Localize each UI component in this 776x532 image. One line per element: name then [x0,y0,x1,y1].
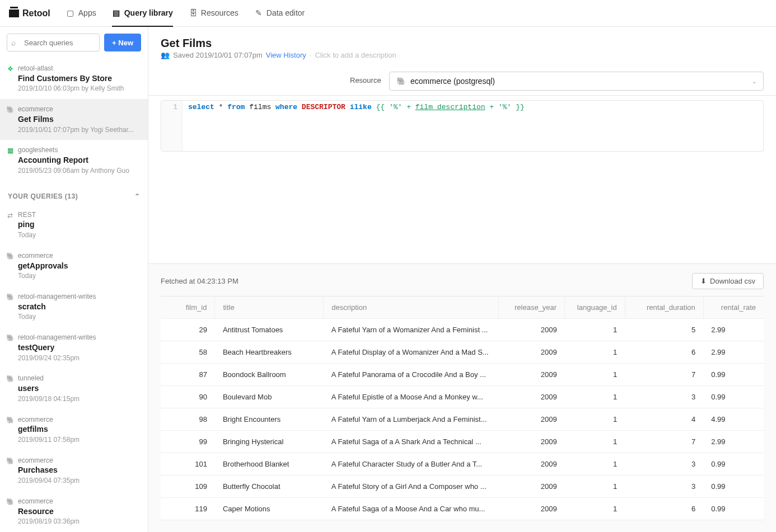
your-queries-label: YOUR QUERIES (13) [8,192,78,200]
query-title: Accounting Report [18,155,140,166]
table-row[interactable]: 87 Boondock Ballroom A Fateful Panorama … [161,364,764,386]
your-queries-header[interactable]: YOUR QUERIES (13) ⌃ [0,181,148,205]
cell-description: A Fateful Panorama of a Crocodile And a … [324,364,498,386]
db-icon: 🐘 [6,416,15,425]
table-row[interactable]: 29 Antitrust Tomatoes A Fateful Yarn of … [161,319,764,341]
description-placeholder[interactable]: Click to add a description [315,51,396,59]
query-item[interactable]: 🐘 ecommerce getfilms 2019/09/11 07:58pm [0,409,148,450]
cell-language-id: 1 [565,453,625,475]
query-resource: ecommerce [18,415,140,425]
top-nav: Retool ▢ Apps ▤ Query library 🗄 Resource… [0,0,776,27]
table-row[interactable]: 58 Beach Heartbreakers A Fateful Display… [161,341,764,364]
query-resource: ecommerce [18,456,140,465]
query-item[interactable]: ▦ googlesheets Accounting Report 2019/05… [0,140,148,181]
search-input[interactable] [7,34,100,51]
col-rental_rate[interactable]: rental_rate [703,296,764,319]
cell-film-id: 101 [161,453,215,475]
query-item[interactable]: 🐘 retool-management-writes scratch Today [0,286,148,327]
query-title: users [18,383,140,394]
cell-release-year: 2009 [498,408,564,431]
query-meta: 2019/09/18 04:15pm [18,394,140,404]
sql-code[interactable]: select * from films where DESCRIPTOR ili… [183,101,530,151]
cell-title: Antitrust Tomatoes [215,319,324,341]
col-title[interactable]: title [215,296,324,319]
col-description[interactable]: description [324,296,498,319]
query-item[interactable]: 🐘 ecommerce Resource 2019/08/19 03:36pm [0,491,148,532]
sql-editor[interactable]: 1 select * from films where DESCRIPTOR i… [161,100,764,152]
col-film_id[interactable]: film_id [161,296,215,319]
table-row[interactable]: 109 Butterfly Chocolat A Fateful Story o… [161,475,764,498]
cell-language-id: 1 [565,386,625,408]
query-item[interactable]: 🐘 ecommerce Purchases 2019/09/04 07:35pm [0,450,148,491]
apps-icon: ▢ [66,8,75,17]
table-row[interactable]: 99 Bringing Hysterical A Fateful Saga of… [161,431,764,453]
query-meta: 2019/08/19 03:36pm [18,517,140,526]
cell-release-year: 2009 [498,453,564,475]
query-meta: 2019/10/01 07:07pm by Yogi Seethar... [18,125,140,135]
table-row[interactable]: 119 Caper Motions A Fateful Saga of a Mo… [161,498,764,520]
table-row[interactable]: 90 Boulevard Mob A Fateful Epistle of a … [161,386,764,408]
cell-description: A Fateful Yarn of a Womanizer And a Femi… [324,319,498,341]
new-query-button[interactable]: + New [104,34,141,51]
nav-items: ▢ Apps ▤ Query library 🗄 Resources ✎ Dat… [66,0,305,27]
nav-apps-label: Apps [78,8,96,17]
cell-rental-duration: 3 [625,453,703,475]
nav-data-editor[interactable]: ✎ Data editor [254,0,305,27]
query-item[interactable]: ❖ retool-atlast Find Customers By Store … [0,58,148,99]
logo[interactable]: Retool [9,8,50,18]
main-panel: Get Films 👥 Saved 2019/10/01 07:07pm Vie… [148,27,776,532]
cell-film-id: 58 [161,341,215,364]
cell-title: Bringing Hysterical [215,431,324,453]
query-item[interactable]: 🐘 ecommerce Get Films 2019/10/01 07:07pm… [0,99,148,140]
search-icon: ⌕ [11,38,16,47]
cell-description: A Fateful Story of a Girl And a Composer… [324,475,498,498]
cell-language-id: 1 [565,431,625,453]
nav-query-library[interactable]: ▤ Query library [112,0,173,27]
cell-rental-duration: 3 [625,386,703,408]
db-icon: 🐘 [6,456,15,465]
query-meta: 2019/09/11 07:58pm [18,435,140,445]
cell-language-id: 1 [565,364,625,386]
download-csv-button[interactable]: ⬇ Download csv [692,273,764,289]
cell-release-year: 2009 [498,498,564,520]
table-row[interactable]: 101 Brotherhood Blanket A Fateful Charac… [161,453,764,475]
db-icon: 🐘 [6,333,15,342]
download-csv-label: Download csv [710,277,755,285]
saved-timestamp: Saved 2019/10/01 07:07pm [173,51,263,59]
query-item[interactable]: 🐘 retool-management-writes testQuery 201… [0,327,148,368]
cell-description: A Fateful Yarn of a Lumberjack And a Fem… [324,408,498,431]
cell-rental-duration: 3 [625,475,703,498]
cell-film-id: 90 [161,386,215,408]
query-meta: 2019/09/04 07:35pm [18,476,140,486]
col-rental_duration[interactable]: rental_duration [625,296,703,319]
resource-select[interactable]: 🐘 ecommerce (postgresql) ⌄ [389,72,764,91]
cell-rental-duration: 6 [625,341,703,364]
col-release_year[interactable]: release_year [498,296,564,319]
download-icon: ⬇ [700,277,707,285]
cell-rental-rate: 2.99 [703,319,764,341]
query-item[interactable]: 🐘 ecommerce getApprovals Today [0,246,148,286]
results-table-wrap[interactable]: film_idtitledescriptionrelease_yearlangu… [148,296,776,532]
postgres-icon: 🐘 [396,77,406,86]
results-panel: Fetched at 04:23:13 PM ⬇ Download csv fi… [148,263,776,532]
view-history-link[interactable]: View History [266,51,306,59]
cell-release-year: 2009 [498,341,564,364]
separator: · [310,51,312,59]
cell-film-id: 87 [161,364,215,386]
results-table: film_idtitledescriptionrelease_yearlangu… [161,296,764,520]
query-title: ping [18,219,140,230]
table-row[interactable]: 98 Bright Encounters A Fateful Yarn of a… [161,408,764,431]
query-item[interactable]: 🐘 tunneled users 2019/09/18 04:15pm [0,368,148,409]
nav-apps[interactable]: ▢ Apps [66,0,96,27]
cell-language-id: 1 [565,408,625,431]
db-icon: 🐘 [6,252,15,261]
cell-rental-rate: 0.99 [703,498,764,520]
sidebar: ⌕ + New ❖ retool-atlast Find Customers B… [0,27,148,532]
col-language_id[interactable]: language_id [565,296,625,319]
query-item[interactable]: ⇄ REST ping Today [0,205,148,246]
cell-rental-rate: 2.99 [703,431,764,453]
cell-rental-rate: 0.99 [703,364,764,386]
nav-resources[interactable]: 🗄 Resources [189,0,239,27]
cell-film-id: 29 [161,319,215,341]
query-resource: retool-atlast [18,64,140,73]
